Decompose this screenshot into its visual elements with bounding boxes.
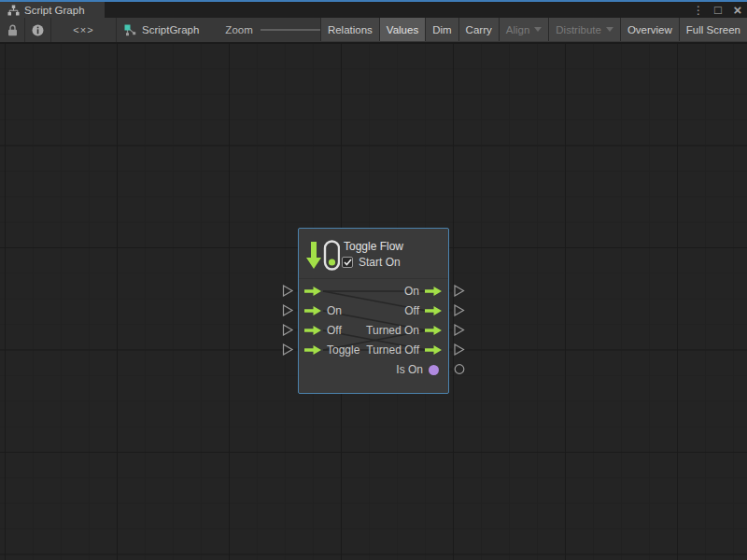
- port-label: Off: [404, 304, 419, 317]
- toolbar-button-carry[interactable]: Carry: [458, 18, 499, 41]
- toolbar-button-label: Align: [506, 24, 530, 35]
- toolbar-button-overview[interactable]: Overview: [620, 18, 679, 41]
- window-controls: ⋮□×: [693, 2, 743, 18]
- info-icon: [32, 24, 44, 36]
- close-button[interactable]: ×: [732, 4, 743, 17]
- node-title: Toggle Flow: [344, 240, 403, 253]
- port-label: Is On: [396, 363, 423, 376]
- port-label: Off: [327, 324, 342, 337]
- toolbar-button-distribute[interactable]: Distribute: [548, 18, 620, 41]
- toolbar-button-align[interactable]: Align: [499, 18, 549, 41]
- port-label: Turned On: [366, 324, 419, 337]
- bool-port-dot: [429, 365, 439, 375]
- flow-port-arrow-icon: [425, 345, 442, 355]
- unity-script-graph-window: Script Graph ⋮□× <×>: [0, 0, 747, 560]
- port-label: On: [327, 304, 342, 317]
- outer-input-connector-enter[interactable]: [282, 285, 298, 297]
- flow-port-arrow-icon: [425, 306, 442, 315]
- toolbar-button-full-screen[interactable]: Full Screen: [679, 18, 747, 41]
- outer-input-connector-toggle[interactable]: [282, 343, 298, 356]
- node-toggle-flow-wrap: Toggle Flow Start On OnOffToggleOnOffTur…: [298, 228, 449, 394]
- outer-output-connector-is-on[interactable]: [449, 363, 465, 375]
- output-port-off[interactable]: Off: [404, 301, 442, 321]
- toolbar-button-relations[interactable]: Relations: [320, 18, 379, 41]
- start-on-checkbox[interactable]: [342, 257, 353, 268]
- lock-button[interactable]: [0, 18, 25, 42]
- outer-output-connector-on[interactable]: [449, 285, 465, 297]
- output-port-turned-on[interactable]: Turned On: [366, 321, 442, 341]
- flow-port-arrow-icon: [425, 326, 442, 335]
- outer-input-connector-off[interactable]: [282, 324, 298, 336]
- toolbar-button-values[interactable]: Values: [379, 18, 425, 41]
- toolbar-button-label: Overview: [627, 24, 672, 35]
- lock-icon: [7, 24, 18, 36]
- graph-name-label: ScriptGraph: [142, 24, 199, 35]
- toolbar-button-label: Full Screen: [686, 24, 740, 35]
- flow-port-arrow-icon: [304, 287, 321, 296]
- input-port-off[interactable]: Off: [304, 321, 342, 341]
- graph-toolbar: <×> ScriptGraph Zoom 1x RelationsValuesD…: [0, 18, 747, 43]
- checkmark-icon: [344, 259, 352, 266]
- input-port-on[interactable]: On: [304, 301, 342, 321]
- toolbar-button-label: Values: [387, 24, 418, 35]
- toolbar-button-label: Dim: [432, 24, 451, 35]
- port-label: Toggle: [327, 343, 359, 357]
- outer-input-connector-on[interactable]: [282, 304, 298, 316]
- hierarchy-graph-icon: [7, 5, 20, 16]
- graph-reference-button[interactable]: ScriptGraph: [117, 18, 208, 42]
- flow-port-arrow-icon: [304, 306, 321, 315]
- graph-canvas[interactable]: Toggle Flow Start On OnOffToggleOnOffTur…: [0, 43, 747, 560]
- dropdown-arrow-icon: [534, 27, 542, 32]
- toolbar-button-label: Relations: [328, 24, 373, 35]
- script-graph-asset-icon: [124, 24, 136, 36]
- outer-output-connector-turned-on[interactable]: [449, 324, 465, 336]
- toolbar-button-dim[interactable]: Dim: [425, 18, 458, 41]
- tab-script-graph[interactable]: Script Graph: [0, 2, 105, 18]
- flow-port-arrow-icon: [425, 287, 442, 296]
- outer-output-connector-off[interactable]: [449, 304, 465, 316]
- output-port-is-on[interactable]: Is On: [396, 360, 442, 380]
- port-label: Turned Off: [366, 343, 419, 357]
- node-toggle-flow[interactable]: Toggle Flow Start On OnOffToggleOnOffTur…: [298, 228, 449, 394]
- start-on-label: Start On: [359, 256, 401, 269]
- menu-button[interactable]: ⋮: [693, 4, 704, 17]
- toolbar-button-label: Carry: [466, 24, 492, 35]
- code-preview-button[interactable]: <×>: [51, 18, 117, 42]
- dropdown-arrow-icon: [606, 27, 613, 32]
- input-port-enter[interactable]: [304, 282, 321, 301]
- toolbar-buttons: RelationsValuesDimCarryAlignDistributeOv…: [320, 18, 747, 41]
- start-on-setting[interactable]: Start On: [342, 256, 401, 269]
- port-label: On: [404, 285, 419, 298]
- flow-port-arrow-icon: [304, 326, 321, 335]
- input-port-toggle[interactable]: Toggle: [304, 341, 359, 360]
- node-header-divider: [299, 278, 448, 279]
- output-port-turned-off[interactable]: Turned Off: [366, 341, 442, 360]
- maximize-button[interactable]: □: [712, 4, 724, 17]
- flow-port-arrow-icon: [304, 345, 321, 355]
- outer-output-connector-turned-off[interactable]: [449, 343, 465, 356]
- toolbar-button-label: Distribute: [556, 24, 601, 35]
- tab-label: Script Graph: [24, 5, 85, 16]
- toggle-flow-icon: [306, 240, 340, 272]
- tab-bar: Script Graph ⋮□×: [0, 2, 747, 18]
- code-preview-glyph: <×>: [73, 24, 93, 35]
- output-port-on[interactable]: On: [404, 282, 442, 301]
- info-button[interactable]: [25, 18, 51, 42]
- zoom-label: Zoom: [225, 24, 252, 35]
